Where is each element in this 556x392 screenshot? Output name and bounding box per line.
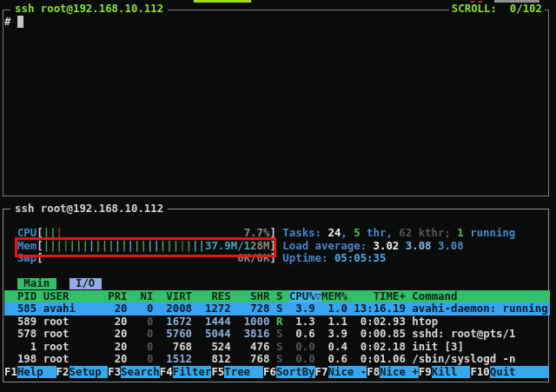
cell-virt: 1672 <box>153 316 192 329</box>
cell-time: 0:02.18 <box>348 341 406 354</box>
column-header-cmd[interactable]: Command <box>412 290 547 303</box>
terminal-screen: ssh root@192.168.10.112 SCROLL: 0/102 # … <box>0 0 556 392</box>
cell-user: root <box>43 341 102 354</box>
fkey-key: F5 <box>211 366 224 379</box>
tab-main[interactable]: Main <box>17 278 56 289</box>
cell-pri: 20 <box>102 341 128 354</box>
cell-mem: 1.0 <box>315 302 348 316</box>
fkey-label: Search <box>121 366 160 379</box>
cell-mem: 0.4 <box>315 341 348 354</box>
cell-user: avahi <box>43 302 102 316</box>
fkey-label: Filter <box>173 366 212 379</box>
tasks-thr-count: 5 <box>354 227 360 239</box>
column-header-ni[interactable]: NI <box>128 290 154 303</box>
fkey-key: F4 <box>160 366 173 379</box>
fkey-key: F10 <box>470 366 489 379</box>
load-one: 3.02 <box>374 240 400 252</box>
cell-res: 5044 <box>192 328 231 341</box>
tasks-summary: Tasks: 24, 5 thr, 62 kthr; 1 running <box>282 227 515 240</box>
column-header-user[interactable]: USER <box>43 290 102 303</box>
cell-shr: 728 <box>231 302 270 316</box>
process-row[interactable]: 1root200768524476S0.00.40:02.18init [3] <box>4 341 550 354</box>
cell-s: S <box>276 341 282 354</box>
spacer <box>399 240 405 252</box>
cell-res: 812 <box>192 353 231 366</box>
cell-cmd: htop <box>412 316 547 329</box>
pane-top-title[interactable]: ssh root@192.168.10.112 <box>10 3 168 16</box>
column-header-cpu[interactable]: CPU% <box>282 290 314 303</box>
cell-mem: 1.1 <box>315 316 348 329</box>
cell-s: S <box>276 353 282 366</box>
cell-cpu: 3.9 <box>282 302 314 316</box>
column-header-time[interactable]: TIME+ <box>348 290 406 303</box>
cell-shr: 3816 <box>231 328 270 341</box>
cell-mem: 0.6 <box>315 353 348 366</box>
cell-shr: 1000 <box>231 316 270 329</box>
cell-cpu: 1.3 <box>282 316 314 329</box>
pane-top-frame <box>3 10 550 196</box>
cell-pid: 585 <box>4 302 36 316</box>
cell-cpu: 0.6 <box>282 328 314 341</box>
cell-user: root <box>43 316 102 329</box>
cell-cpu: 0.0 <box>282 353 314 366</box>
cell-ni: 0 <box>128 353 154 366</box>
cell-cmd: /sbin/syslogd -n <box>412 353 547 366</box>
column-header-s[interactable]: S <box>276 290 282 303</box>
cell-pid: 198 <box>4 353 36 366</box>
sort-descending-icon: ▽ <box>315 290 321 303</box>
cell-s: R <box>276 316 282 329</box>
process-row[interactable]: 198root2001512812768S0.00.60:01.06/sbin/… <box>4 353 550 366</box>
fkey-key: F2 <box>56 366 70 379</box>
cell-pri: 20 <box>102 328 128 341</box>
uptime-label: Uptime: <box>282 252 334 264</box>
video-progress-green-bar <box>194 0 251 3</box>
scroll-value: 0/102 <box>503 3 542 15</box>
tasks-running-count: 1 <box>457 227 463 239</box>
fkey-label: Kill <box>432 366 471 379</box>
fkey-label: Nice - <box>328 366 367 379</box>
column-header-pid[interactable]: PID <box>4 290 36 303</box>
cell-virt: 1512 <box>153 353 192 366</box>
cell-virt: 768 <box>153 341 192 354</box>
cell-cmd: init [3] <box>412 341 547 354</box>
cell-user: root <box>43 328 102 341</box>
cell-virt: 5760 <box>153 328 192 341</box>
cell-cmd: avahi-daemon: running <box>412 302 547 316</box>
load-five: 3.08 <box>406 240 432 252</box>
fkey-key: F1 <box>4 366 17 379</box>
column-header-shr[interactable]: SHR <box>231 290 270 303</box>
column-header-res[interactable]: RES <box>192 290 231 303</box>
screen-tabs: MainI/O <box>4 277 550 290</box>
cell-pid: 589 <box>4 316 36 329</box>
tab-io[interactable]: I/O <box>70 278 102 289</box>
spacer <box>432 240 438 252</box>
cell-res: 1444 <box>192 316 231 329</box>
cell-shr: 768 <box>231 353 270 366</box>
cell-ni: 0 <box>128 341 154 354</box>
tasks-label: Tasks: <box>282 227 328 239</box>
fkey-label: Nice + <box>380 366 419 379</box>
cell-cpu: 0.0 <box>282 341 314 354</box>
column-header-pri[interactable]: PRI <box>102 290 128 303</box>
scroll-label: SCROLL: <box>452 3 504 15</box>
process-row[interactable]: 589root200167214441000R1.31.10:02.93htop <box>4 316 550 329</box>
load-label: Load average: <box>282 240 373 252</box>
cell-user: root <box>43 353 102 366</box>
cell-cmd: sshd: root@pts/1 <box>412 328 547 341</box>
cell-time: 0:02.93 <box>348 316 406 329</box>
process-row[interactable]: 578root200576050443816S0.63.90:00.85sshd… <box>4 328 550 341</box>
pane-bottom-title[interactable]: ssh root@192.168.10.112 <box>10 203 168 216</box>
cell-time: 13:16.19 <box>348 302 406 316</box>
tasks-running: running <box>464 227 516 239</box>
cell-res: 524 <box>192 341 231 354</box>
fkey-key: F3 <box>108 366 121 379</box>
function-key-bar[interactable]: F1HelpF2SetupF3SearchF4FilterF5TreeF6Sor… <box>4 366 550 379</box>
shell-prompt-line[interactable]: # <box>4 16 550 29</box>
cell-pri: 20 <box>102 353 128 366</box>
fkey-label: Quit <box>490 366 548 379</box>
fkey-key: F7 <box>315 366 328 379</box>
cell-time: 0:00.85 <box>348 328 406 341</box>
process-table-header: PIDUSERPRINIVIRTRESSHRSCPU%MEM%TIME+Comm… <box>4 290 550 303</box>
process-row[interactable]: 585avahi20020081272728S3.91.013:16.19ava… <box>4 302 550 316</box>
column-header-virt[interactable]: VIRT <box>153 290 192 303</box>
